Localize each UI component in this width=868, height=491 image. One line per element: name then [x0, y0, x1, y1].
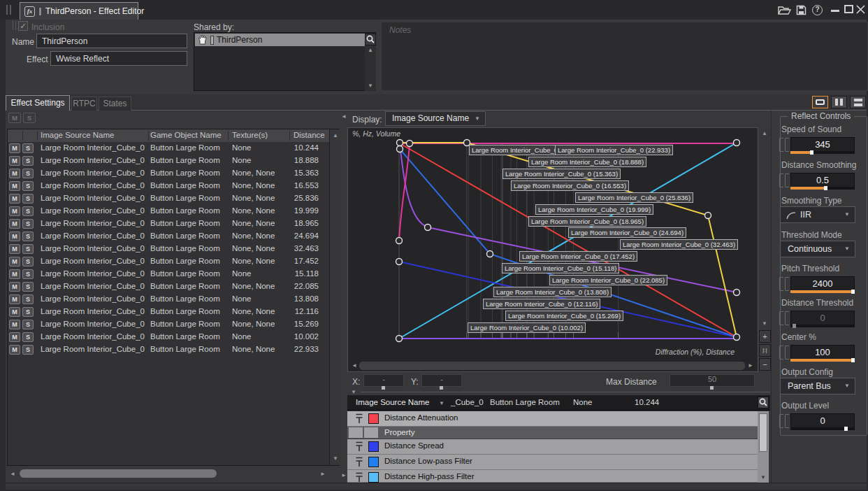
table-row[interactable]: M S Large Room Interior_Cube_0 Button La… — [8, 180, 329, 192]
curve-point[interactable] — [425, 225, 431, 231]
distance-threshold-slider[interactable]: 0 — [779, 311, 858, 329]
table-row[interactable]: M S Large Room Interior_Cube_0 Button La… — [8, 318, 329, 331]
row-mute-button[interactable]: M — [9, 219, 20, 229]
tab-effect-settings[interactable]: Effect Settings — [6, 95, 70, 111]
layout-split-horizontal-button[interactable] — [850, 96, 866, 108]
row-solo-button[interactable]: S — [22, 194, 34, 204]
inclusion-checkbox[interactable]: ✓ — [18, 21, 28, 31]
minimize-icon[interactable] — [831, 10, 839, 12]
row-solo-button[interactable]: S — [22, 345, 34, 355]
splitter-line[interactable] — [361, 392, 770, 392]
pin-icon[interactable] — [354, 441, 364, 452]
property-row[interactable]: Distance Attenuation — [347, 411, 758, 427]
col-game-object-name[interactable]: Game Object Name — [150, 131, 222, 139]
state-bracket-icon[interactable] — [785, 346, 789, 360]
row-mute-button[interactable]: M — [9, 194, 20, 204]
curve-point[interactable] — [734, 334, 740, 341]
row-solo-button[interactable]: S — [22, 181, 34, 191]
curve-point[interactable] — [396, 336, 403, 342]
row-solo-button[interactable]: S — [22, 320, 34, 329]
state-bracket-icon[interactable] — [785, 277, 789, 291]
row-solo-button[interactable]: S — [22, 294, 34, 304]
splitter-expand-icon[interactable]: ► — [341, 472, 347, 479]
table-row[interactable]: M S Large Room Interior_Cube_0 Button La… — [8, 268, 329, 280]
output-config-dropdown[interactable]: Parent Bus ▼ — [780, 378, 855, 394]
help-icon[interactable]: ? — [812, 5, 823, 15]
window-tab[interactable]: fx ThirdPerson - Effect Editor — [20, 2, 138, 20]
pin-icon[interactable] — [354, 457, 364, 467]
shared-by-scrollbar[interactable]: ▲ ▼ — [365, 45, 376, 91]
curve-graph[interactable]: Large Room Interior_Cube_0Large Room Int… — [347, 127, 758, 372]
center-input[interactable]: 100 — [790, 345, 855, 360]
table-vscrollbar[interactable]: ▲ ▼ — [329, 129, 340, 465]
max-distance-slider-thumb[interactable] — [710, 386, 714, 390]
curve-point[interactable] — [734, 290, 740, 296]
save-icon[interactable] — [796, 5, 806, 15]
table-row[interactable]: M S Large Room Interior_Cube_0 Button La… — [8, 218, 329, 230]
splitter-collapse-icon[interactable]: ◄ — [341, 113, 347, 120]
row-solo-button[interactable]: S — [22, 282, 34, 292]
table-row[interactable]: M S Large Room Interior_Cube_0 Button La… — [8, 243, 329, 255]
graph-vscrollbar[interactable]: ▲ ▼ + |:| − — [759, 127, 770, 372]
zoom-reset-button[interactable]: |:| — [759, 344, 771, 357]
scroll-up-icon[interactable]: ▲ — [762, 130, 767, 137]
row-mute-button[interactable]: M — [9, 232, 20, 241]
distance-smoothing-slider[interactable]: 0.5 — [779, 173, 858, 191]
scroll-down-icon[interactable]: ▼ — [368, 83, 373, 90]
row-mute-button[interactable]: M — [9, 345, 20, 355]
pin-icon[interactable] — [354, 413, 364, 424]
scrollbar-thumb[interactable] — [359, 362, 745, 370]
y-slider-thumb[interactable] — [440, 386, 443, 390]
scroll-down-icon[interactable]: ▼ — [333, 455, 338, 462]
rtpc-bracket-icon[interactable] — [779, 414, 783, 428]
close-icon[interactable] — [856, 5, 865, 14]
table-row[interactable]: M S Large Room Interior_Cube_0 Button La… — [8, 331, 329, 343]
threshold-mode-dropdown[interactable]: Continuous ▼ — [780, 241, 855, 257]
zoom-in-button[interactable]: + — [759, 330, 771, 343]
distance-smoothing-input[interactable]: 0.5 — [790, 173, 855, 188]
center-slider[interactable]: 100 — [779, 345, 858, 363]
table-row[interactable]: M S Large Room Interior_Cube_0 Button La… — [8, 255, 329, 268]
property-selector[interactable]: Image Source Name — [356, 398, 429, 406]
maximize-icon[interactable] — [844, 5, 853, 13]
scrollbar-thumb[interactable] — [20, 469, 217, 478]
table-row[interactable]: M S Large Room Interior_Cube_0 Button La… — [8, 293, 329, 306]
output-level-slider[interactable]: 0 — [779, 413, 858, 432]
state-bracket-icon[interactable] — [785, 414, 789, 428]
table-row[interactable]: M S Large Room Interior_Cube_0 Button La… — [8, 155, 329, 167]
shared-by-item[interactable]: ThirdPerson — [195, 34, 365, 46]
table-row[interactable]: M S Large Room Interior_Cube_0 Button La… — [8, 343, 329, 356]
row-solo-button[interactable]: S — [22, 232, 34, 241]
row-mute-button[interactable]: M — [9, 269, 20, 279]
row-mute-button[interactable]: M — [9, 156, 20, 166]
table-row[interactable]: M S Large Room Interior_Cube_0 Button La… — [8, 306, 329, 318]
row-mute-button[interactable]: M — [9, 257, 20, 266]
row-mute-button[interactable]: M — [9, 143, 20, 153]
scrollbar-thumb[interactable] — [759, 413, 767, 452]
pitch-threshold-input[interactable]: 2400 — [790, 276, 855, 292]
pitch-threshold-slider[interactable]: 2400 — [779, 276, 858, 294]
zoom-out-button[interactable]: − — [759, 358, 771, 371]
open-folder-icon[interactable] — [778, 6, 791, 15]
speed-of-sound-slider[interactable]: 345 — [779, 137, 858, 155]
curve-point[interactable] — [407, 141, 413, 147]
search-button[interactable] — [365, 34, 376, 45]
state-bracket-icon[interactable] — [785, 138, 789, 152]
curve-pink-drop[interactable] — [399, 143, 410, 241]
table-row[interactable]: M S Large Room Interior_Cube_0 Button La… — [8, 142, 329, 155]
row-solo-button[interactable]: S — [22, 219, 34, 229]
row-mute-button[interactable]: M — [9, 206, 20, 216]
curve-point[interactable] — [734, 140, 740, 146]
table-row[interactable]: M S Large Room Interior_Cube_0 Button La… — [8, 167, 329, 180]
property-row[interactable]: Distance Spread — [347, 439, 758, 455]
pin-icon[interactable] — [354, 472, 364, 483]
tab-rtpc[interactable]: RTPC — [71, 97, 97, 111]
curve-point[interactable] — [397, 140, 403, 146]
row-solo-button[interactable]: S — [22, 206, 34, 216]
curve-point[interactable] — [396, 238, 403, 244]
tab-states[interactable]: States — [99, 97, 131, 111]
display-dropdown[interactable]: Image Source Name ▼ — [385, 111, 486, 126]
row-mute-button[interactable]: M — [9, 169, 20, 178]
speed-of-sound-input[interactable]: 345 — [790, 137, 855, 152]
row-mute-button[interactable]: M — [9, 282, 20, 292]
